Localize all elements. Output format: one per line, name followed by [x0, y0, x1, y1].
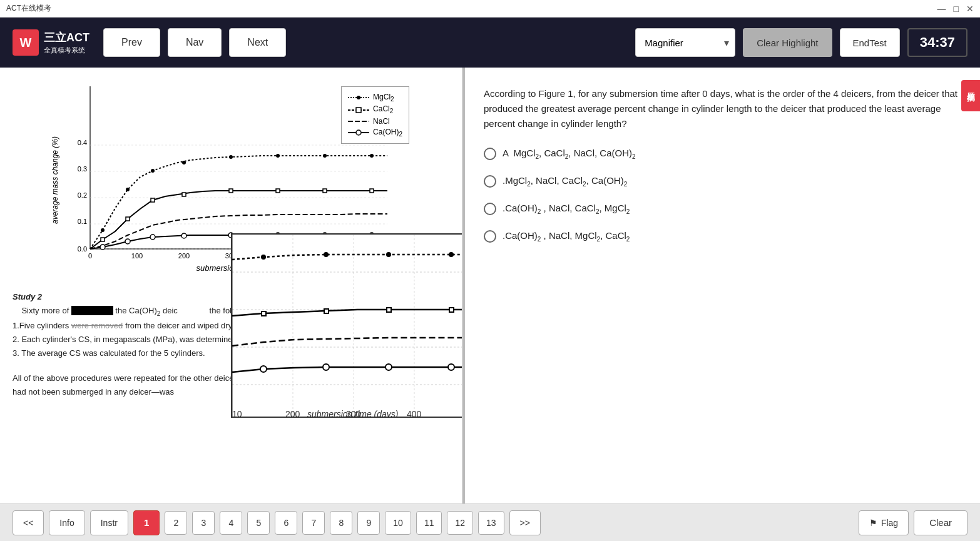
svg-point-34	[370, 154, 374, 158]
study-italic-title: Study 2	[13, 292, 42, 301]
magnifier-select[interactable]: Magnifier 1.5x 2x 3x	[635, 28, 735, 57]
svg-text:200: 200	[178, 252, 190, 260]
svg-point-33	[323, 154, 327, 158]
logo: W 三立ACT 全真模考系统	[13, 29, 89, 56]
page-button-13[interactable]: 13	[478, 511, 504, 535]
svg-rect-35	[101, 238, 105, 241]
svg-point-80	[323, 364, 329, 370]
radio-d[interactable]	[484, 230, 496, 243]
option-d-text: .Ca(OH)2 , NaCl, MgCl2, CaCl2	[503, 229, 630, 244]
clear-button[interactable]: Clear	[914, 510, 967, 535]
svg-text:0.0: 0.0	[78, 245, 87, 253]
option-c[interactable]: .Ca(OH)2 , NaCl, CaCl2, MgCl2	[484, 201, 961, 216]
svg-point-71	[386, 252, 391, 257]
svg-text:submersion time (days): submersion time (days)	[307, 409, 399, 418]
svg-point-45	[150, 235, 155, 240]
page-button-1[interactable]: 1	[133, 510, 160, 535]
minimize-button[interactable]: —	[937, 4, 946, 14]
prev-nav-button[interactable]: <<	[13, 510, 44, 535]
option-d[interactable]: .Ca(OH)2 , NaCl, MgCl2, CaCl2	[484, 229, 961, 244]
svg-rect-41	[323, 189, 327, 193]
right-panel: 摘题 According to Figure 1, for any submer…	[465, 68, 980, 503]
page-button-9[interactable]: 9	[357, 511, 380, 535]
magnified-svg: 10 200 300 400 50	[232, 235, 463, 418]
svg-point-70	[324, 252, 329, 257]
svg-rect-75	[324, 309, 329, 313]
close-button[interactable]: ✕	[966, 4, 974, 14]
radio-a[interactable]	[484, 148, 496, 160]
svg-text:0: 0	[88, 252, 92, 260]
chart-container: MgCl2 CaCl2 NaCl Ca(OH)2	[46, 80, 416, 280]
svg-point-43	[100, 245, 105, 250]
svg-rect-36	[126, 217, 130, 221]
page-button-11[interactable]: 11	[416, 511, 442, 535]
svg-rect-77	[449, 308, 454, 312]
svg-point-28	[126, 188, 130, 191]
main-content: MgCl2 CaCl2 NaCl Ca(OH)2	[0, 68, 980, 503]
option-c-text: .Ca(OH)2 , NaCl, CaCl2, MgCl2	[503, 201, 630, 216]
svg-text:0.3: 0.3	[78, 165, 87, 173]
radio-b[interactable]	[484, 175, 496, 188]
svg-text:10: 10	[232, 409, 242, 418]
svg-point-31	[229, 155, 233, 159]
flag-button[interactable]: ⚑ Flag	[859, 510, 909, 535]
svg-point-1	[357, 96, 360, 99]
instr-button[interactable]: Instr	[90, 510, 128, 535]
legend-cacl2: CaCl2	[348, 104, 402, 114]
svg-text:0.2: 0.2	[78, 191, 87, 199]
svg-point-44	[125, 239, 130, 244]
option-a[interactable]: A MgCl2, CaCl2, NaCl, Ca(OH)2	[484, 146, 961, 161]
svg-point-27	[101, 228, 105, 232]
prev-button[interactable]: Prev	[103, 28, 160, 57]
svg-rect-39	[229, 189, 233, 193]
svg-rect-76	[387, 308, 391, 312]
legend-mgcl2: MgCl2	[348, 93, 402, 103]
svg-rect-51	[232, 235, 463, 418]
page-button-5[interactable]: 5	[247, 511, 270, 535]
side-flag-button[interactable]: 摘题	[961, 80, 980, 111]
page-button-3[interactable]: 3	[192, 511, 215, 535]
flag-icon: ⚑	[869, 518, 877, 528]
page-button-6[interactable]: 6	[275, 511, 297, 535]
nav-button[interactable]: Nav	[168, 28, 222, 57]
svg-rect-3	[356, 108, 361, 113]
svg-rect-38	[182, 193, 186, 196]
svg-point-82	[448, 364, 454, 370]
end-test-button[interactable]: EndTest	[840, 28, 900, 57]
nav-bar: W 三立ACT 全真模考系统 Prev Nav Next Magnifier 1…	[0, 18, 980, 68]
svg-rect-40	[276, 189, 280, 193]
svg-point-79	[260, 366, 267, 372]
next-nav-button[interactable]: >>	[509, 510, 541, 535]
chart-legend: MgCl2 CaCl2 NaCl Ca(OH)2	[341, 86, 409, 144]
svg-text:0.1: 0.1	[78, 218, 87, 225]
info-button[interactable]: Info	[49, 510, 84, 535]
page-button-2[interactable]: 2	[165, 511, 187, 535]
clear-highlight-button[interactable]: Clear Highlight	[743, 28, 832, 57]
logo-icon: W	[13, 29, 39, 56]
option-b[interactable]: .MgCl2, NaCl, CaCl2, Ca(OH)2	[484, 174, 961, 189]
title-bar: ACT在线模考 — □ ✕	[0, 0, 980, 18]
page-button-10[interactable]: 10	[385, 511, 411, 535]
next-button[interactable]: Next	[229, 28, 286, 57]
flag-label: Flag	[881, 518, 898, 528]
page-button-8[interactable]: 8	[330, 511, 352, 535]
magnified-chart-overlay: 10 200 300 400 50	[231, 233, 463, 418]
svg-text:200: 200	[285, 409, 300, 418]
option-a-text: A MgCl2, CaCl2, NaCl, Ca(OH)2	[503, 146, 636, 161]
svg-point-6	[356, 130, 361, 135]
svg-rect-37	[151, 198, 155, 202]
page-button-4[interactable]: 4	[220, 511, 242, 535]
timer-display: 34:37	[907, 28, 967, 57]
radio-c[interactable]	[484, 203, 496, 215]
page-button-12[interactable]: 12	[447, 511, 473, 535]
svg-text:0.4: 0.4	[78, 139, 87, 146]
svg-point-81	[385, 364, 392, 370]
left-panel: MgCl2 CaCl2 NaCl Ca(OH)2	[0, 68, 463, 503]
legend-caoh2: Ca(OH)2	[348, 128, 402, 138]
page-button-7[interactable]: 7	[302, 511, 325, 535]
svg-point-46	[181, 233, 186, 238]
svg-point-69	[261, 255, 266, 260]
maximize-button[interactable]: □	[954, 4, 959, 14]
logo-text: 三立ACT 全真模考系统	[44, 31, 89, 54]
svg-text:100: 100	[131, 252, 143, 260]
